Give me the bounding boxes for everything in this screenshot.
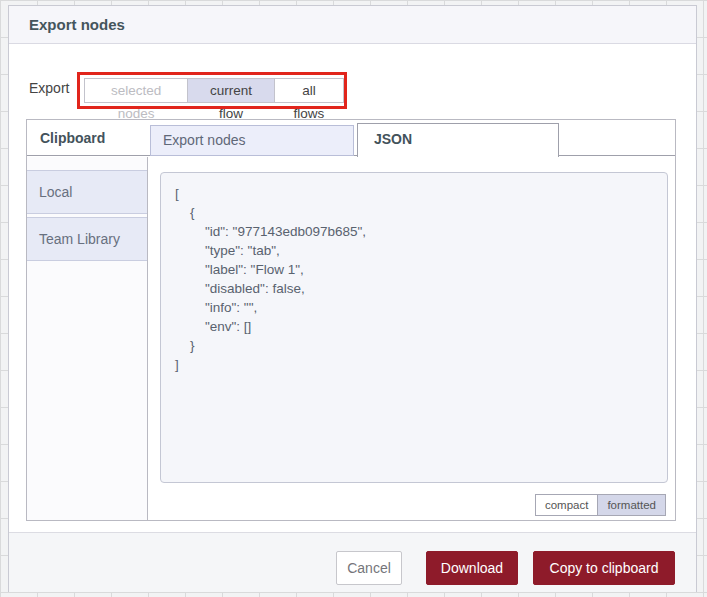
- json-export-viewer[interactable]: [ { "id": "977143edb097b685", "type": "t…: [160, 172, 668, 483]
- export-nodes-dialog: Export nodes Export selected nodes curre…: [8, 5, 697, 592]
- annotation-highlight-box: selected nodes current flow all flows: [77, 72, 347, 109]
- format-compact-button[interactable]: compact: [536, 495, 597, 515]
- sidebar-item-local[interactable]: Local: [27, 170, 147, 214]
- toggle-all-flows[interactable]: all flows: [274, 79, 343, 102]
- toggle-selected-nodes[interactable]: selected nodes: [85, 79, 187, 102]
- sidebar-item-team-library[interactable]: Team Library: [27, 217, 147, 261]
- cancel-button[interactable]: Cancel: [336, 551, 402, 585]
- dialog-footer: Cancel Download Copy to clipboard: [9, 532, 696, 592]
- export-scope-row: Export selected nodes current flow all f…: [9, 68, 696, 110]
- format-formatted-button[interactable]: formatted: [597, 495, 665, 515]
- tab-bar: Clipboard Export nodes JSON: [27, 120, 675, 156]
- download-button[interactable]: Download: [426, 551, 518, 585]
- copy-to-clipboard-button[interactable]: Copy to clipboard: [533, 551, 675, 585]
- dialog-title: Export nodes: [9, 6, 696, 44]
- export-scope-label: Export: [29, 80, 69, 96]
- export-panel: Clipboard Export nodes JSON Local Team L…: [26, 119, 676, 521]
- clipboard-section-label: Clipboard: [40, 120, 105, 156]
- json-format-toggle-group: compact formatted: [535, 494, 666, 516]
- toggle-current-flow[interactable]: current flow: [187, 79, 274, 102]
- tab-export-nodes[interactable]: Export nodes: [150, 125, 354, 156]
- json-export-content: [ { "id": "977143edb097b685", "type": "t…: [161, 173, 667, 385]
- export-scope-toggle-group: selected nodes current flow all flows: [84, 78, 344, 103]
- tab-json[interactable]: JSON: [357, 123, 559, 157]
- library-sidebar: Local Team Library: [27, 157, 148, 520]
